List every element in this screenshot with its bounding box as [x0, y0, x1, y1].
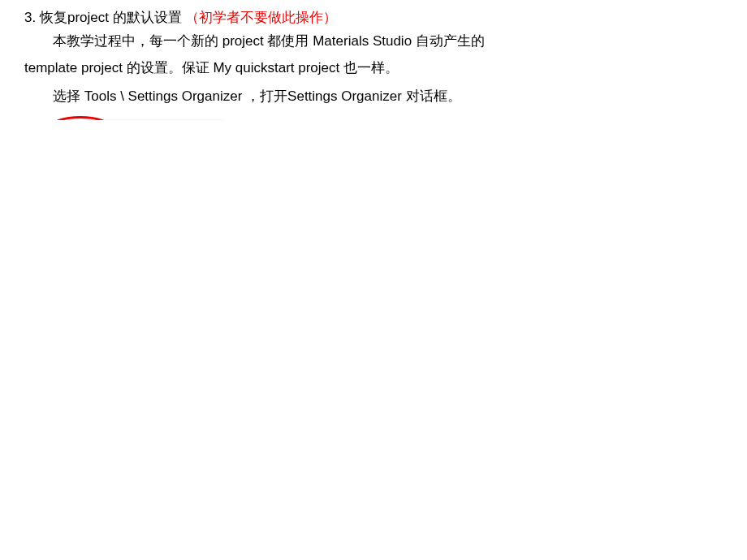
intro-line-1: 本教学过程中，每一个新的 project 都使用 Materials Studi… [53, 30, 739, 54]
intro-line-2: template project 的设置。保证 My quickstart pr… [24, 57, 739, 80]
instruction-line: 选择 Tools \ Settings Organizer ，打开Setting… [53, 85, 739, 109]
red-circle-tools [50, 116, 111, 120]
section-heading: 3. 恢复project 的默认设置 （初学者不要做此操作） [24, 8, 739, 27]
